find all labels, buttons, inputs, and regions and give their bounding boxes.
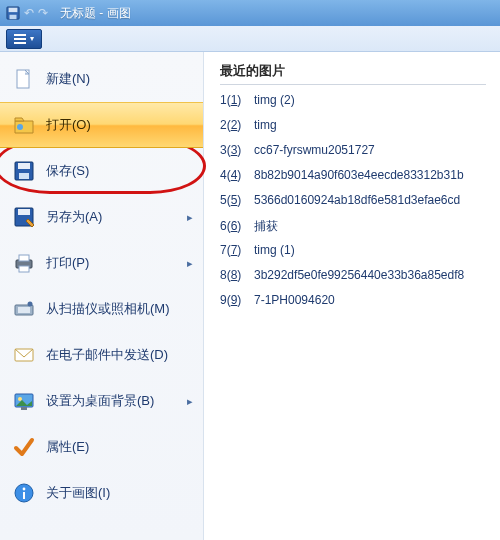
menu-item-scanner[interactable]: 从扫描仪或照相机(M) bbox=[0, 286, 203, 332]
ribbon-strip: ▾ bbox=[0, 26, 500, 52]
menu-item-save[interactable]: 保存(S) bbox=[0, 148, 203, 194]
svg-rect-7 bbox=[19, 173, 29, 179]
save-icon bbox=[10, 157, 38, 185]
recent-file-hotkey: 5(5) bbox=[220, 193, 254, 207]
info-icon bbox=[10, 479, 38, 507]
recent-file-hotkey: 1(1) bbox=[220, 93, 254, 107]
recent-file-name: 7-1PH0094620 bbox=[254, 293, 335, 307]
new-doc-icon bbox=[10, 65, 38, 93]
recent-file-item[interactable]: 6(6)捕获 bbox=[220, 218, 486, 243]
menu-item-label: 另存为(A) bbox=[46, 208, 187, 226]
menu-item-about[interactable]: 关于画图(I) bbox=[0, 470, 203, 516]
file-menu-tab[interactable]: ▾ bbox=[6, 29, 42, 49]
menu-item-label: 属性(E) bbox=[46, 438, 193, 456]
svg-rect-6 bbox=[18, 163, 30, 169]
menu-item-label: 保存(S) bbox=[46, 162, 193, 180]
recent-file-item[interactable]: 9(9)7-1PH0094620 bbox=[220, 293, 486, 318]
recent-file-hotkey: 7(7) bbox=[220, 243, 254, 257]
menu-item-open[interactable]: 打开(O) bbox=[0, 102, 203, 148]
recent-file-item[interactable]: 5(5)5366d0160924ab18df6e581d3efae6cd bbox=[220, 193, 486, 218]
svg-rect-1 bbox=[9, 8, 18, 12]
svg-point-15 bbox=[28, 302, 33, 307]
recent-file-name: 5366d0160924ab18df6e581d3efae6cd bbox=[254, 193, 460, 207]
menu-item-label: 新建(N) bbox=[46, 70, 193, 88]
svg-rect-18 bbox=[21, 407, 27, 410]
scanner-icon bbox=[10, 295, 38, 323]
menu-item-label: 打开(O) bbox=[46, 116, 193, 134]
recent-file-name: 捕获 bbox=[254, 218, 278, 235]
open-folder-icon bbox=[10, 111, 38, 139]
recent-file-item[interactable]: 7(7)timg (1) bbox=[220, 243, 486, 268]
recent-file-hotkey: 6(6) bbox=[220, 219, 254, 233]
menu-item-print[interactable]: 打印(P)▸ bbox=[0, 240, 203, 286]
recent-file-hotkey: 9(9) bbox=[220, 293, 254, 307]
file-menu-left: 新建(N)打开(O)保存(S)另存为(A)▸打印(P)▸从扫描仪或照相机(M)在… bbox=[0, 52, 204, 540]
recent-file-item[interactable]: 1(1)timg (2) bbox=[220, 93, 486, 118]
recent-files-title: 最近的图片 bbox=[220, 62, 486, 80]
svg-rect-2 bbox=[10, 15, 17, 19]
menu-item-label: 设置为桌面背景(B) bbox=[46, 392, 187, 410]
menu-item-email[interactable]: 在电子邮件中发送(D) bbox=[0, 332, 203, 378]
recent-file-name: timg bbox=[254, 118, 277, 132]
menu-item-save-as[interactable]: 另存为(A)▸ bbox=[0, 194, 203, 240]
save-as-icon bbox=[10, 203, 38, 231]
submenu-arrow-icon: ▸ bbox=[187, 257, 193, 270]
svg-point-4 bbox=[17, 124, 23, 130]
recent-file-name: cc67-fyrswmu2051727 bbox=[254, 143, 375, 157]
qat-undo-icon[interactable]: ↶ bbox=[24, 6, 34, 20]
file-menu-panel: 新建(N)打开(O)保存(S)另存为(A)▸打印(P)▸从扫描仪或照相机(M)在… bbox=[0, 52, 500, 540]
svg-rect-22 bbox=[23, 492, 25, 499]
recent-file-hotkey: 2(2) bbox=[220, 118, 254, 132]
recent-file-item[interactable]: 4(4)8b82b9014a90f603e4eecde83312b31b bbox=[220, 168, 486, 193]
svg-point-21 bbox=[23, 488, 26, 491]
submenu-arrow-icon: ▸ bbox=[187, 211, 193, 224]
titlebar: ↶ ↷ 无标题 - 画图 bbox=[0, 0, 500, 26]
recent-file-name: timg (2) bbox=[254, 93, 295, 107]
recent-files-panel: 最近的图片 1(1)timg (2)2(2)timg3(3)cc67-fyrsw… bbox=[204, 52, 500, 540]
email-icon bbox=[10, 341, 38, 369]
recent-file-hotkey: 4(4) bbox=[220, 168, 254, 182]
menu-item-label: 在电子邮件中发送(D) bbox=[46, 346, 193, 364]
menu-item-new[interactable]: 新建(N) bbox=[0, 56, 203, 102]
menu-item-label: 打印(P) bbox=[46, 254, 187, 272]
checkmark-icon bbox=[10, 433, 38, 461]
qat-redo-icon[interactable]: ↷ bbox=[38, 6, 48, 20]
recent-file-item[interactable]: 2(2)timg bbox=[220, 118, 486, 143]
recent-file-name: timg (1) bbox=[254, 243, 295, 257]
recent-file-item[interactable]: 8(8)3b292df5e0fe99256440e33b36a85edf8 bbox=[220, 268, 486, 293]
chevron-down-icon: ▾ bbox=[30, 34, 34, 43]
menu-item-label: 从扫描仪或照相机(M) bbox=[46, 300, 193, 318]
svg-rect-9 bbox=[18, 209, 30, 215]
qat-save-icon[interactable] bbox=[6, 6, 20, 20]
window-title: 无标题 - 画图 bbox=[60, 5, 131, 22]
recent-file-hotkey: 8(8) bbox=[220, 268, 254, 282]
submenu-arrow-icon: ▸ bbox=[187, 395, 193, 408]
svg-rect-11 bbox=[19, 255, 29, 261]
separator bbox=[220, 84, 486, 85]
svg-point-19 bbox=[18, 397, 22, 401]
svg-rect-14 bbox=[18, 307, 30, 313]
print-icon bbox=[10, 249, 38, 277]
menu-item-properties[interactable]: 属性(E) bbox=[0, 424, 203, 470]
recent-file-hotkey: 3(3) bbox=[220, 143, 254, 157]
menu-item-label: 关于画图(I) bbox=[46, 484, 193, 502]
wallpaper-icon bbox=[10, 387, 38, 415]
recent-file-name: 3b292df5e0fe99256440e33b36a85edf8 bbox=[254, 268, 464, 282]
hamburger-icon bbox=[14, 34, 26, 44]
recent-file-item[interactable]: 3(3)cc67-fyrswmu2051727 bbox=[220, 143, 486, 168]
svg-rect-12 bbox=[19, 266, 29, 272]
recent-file-name: 8b82b9014a90f603e4eecde83312b31b bbox=[254, 168, 464, 182]
menu-item-wallpaper[interactable]: 设置为桌面背景(B)▸ bbox=[0, 378, 203, 424]
